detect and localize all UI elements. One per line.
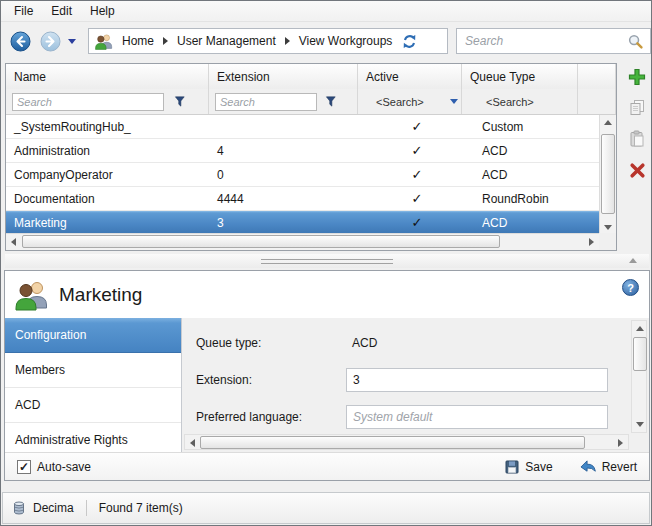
help-button[interactable]: ? <box>622 279 639 296</box>
filter-name-input[interactable] <box>12 93 164 111</box>
search-icon[interactable] <box>627 33 644 50</box>
scroll-left-icon[interactable] <box>6 234 21 250</box>
preferred-language-field[interactable] <box>346 405 608 429</box>
scroll-down-icon[interactable] <box>632 417 648 432</box>
extension-label: Extension: <box>196 373 346 387</box>
scrollbar-thumb[interactable] <box>601 134 615 214</box>
delete-x-icon <box>629 162 646 179</box>
global-search-input[interactable] <box>463 33 627 49</box>
tab-configuration[interactable]: Configuration <box>5 318 181 353</box>
cell-extension: 0 <box>209 163 358 186</box>
save-button[interactable]: Save <box>504 459 552 475</box>
extension-field[interactable] <box>346 368 608 392</box>
breadcrumb-item-home[interactable]: Home <box>120 34 156 48</box>
cell-name: _SystemRoutingHub_ <box>6 115 209 138</box>
preferred-language-label: Preferred language: <box>196 410 346 424</box>
column-header-extension[interactable]: Extension <box>209 64 358 89</box>
table-row[interactable]: _SystemRoutingHub_✓Custom <box>6 115 599 139</box>
tab-administrative-rights[interactable]: Administrative Rights <box>5 423 181 452</box>
menu-file[interactable]: File <box>5 2 42 20</box>
scroll-left-icon[interactable] <box>185 435 200 451</box>
revert-arrow-icon <box>579 459 597 474</box>
back-arrow-icon <box>10 31 31 52</box>
filter-extension-input[interactable] <box>215 93 317 111</box>
extension-row: Extension: <box>196 368 609 392</box>
cell-active: ✓ <box>358 115 462 138</box>
cell-active: ✓ <box>358 211 462 234</box>
cell-filler <box>578 163 599 186</box>
cell-active: ✓ <box>358 139 462 162</box>
cell-filler <box>578 115 599 138</box>
refresh-icon[interactable] <box>402 34 417 49</box>
table-row[interactable]: Marketing3✓ACD <box>6 211 599 235</box>
save-floppy-icon <box>504 459 520 475</box>
filter-active-dropdown[interactable]: <Search> <box>358 89 462 114</box>
auto-save-label: Auto-save <box>37 460 91 474</box>
cell-filler <box>578 211 599 234</box>
form-vertical-scrollbar[interactable] <box>631 320 647 433</box>
scroll-right-icon[interactable] <box>584 234 599 250</box>
scrollbar-thumb[interactable] <box>22 235 500 248</box>
server-database-icon <box>11 500 27 516</box>
table-row[interactable]: Administration4✓ACD <box>6 139 599 163</box>
table-row[interactable]: CompanyOperator0✓ACD <box>6 163 599 187</box>
breadcrumb-separator-icon <box>163 37 168 45</box>
paste-button[interactable] <box>627 129 647 149</box>
scroll-up-icon[interactable] <box>632 321 648 336</box>
cell-queue-type: Custom <box>462 115 578 138</box>
record-toolbar <box>624 67 650 180</box>
table-header-row: Name Extension Active Queue Type <box>6 64 616 89</box>
cell-extension: 3 <box>209 211 358 234</box>
app-window: FileEditHelp Ho <box>0 0 652 526</box>
detail-header: Marketing ? <box>5 271 649 318</box>
detail-footer: ✓ Auto-save Save Revert <box>5 452 649 480</box>
tab-acd[interactable]: ACD <box>5 388 181 423</box>
filter-icon[interactable] <box>174 95 187 108</box>
menu-help[interactable]: Help <box>81 2 124 20</box>
filter-icon[interactable] <box>325 95 338 108</box>
menu-edit[interactable]: Edit <box>42 2 81 20</box>
server-name: Decima <box>33 501 74 515</box>
global-search-box <box>456 28 651 54</box>
table-horizontal-scrollbar[interactable] <box>6 233 599 250</box>
active-check-icon: ✓ <box>412 215 423 230</box>
nav-history-dropdown-icon[interactable] <box>68 39 76 44</box>
plus-icon <box>628 68 646 86</box>
add-button[interactable] <box>627 67 647 87</box>
filter-queue-type-label: <Search> <box>486 96 534 108</box>
form-horizontal-scrollbar[interactable] <box>184 434 629 450</box>
scroll-right-icon[interactable] <box>613 435 628 451</box>
cell-queue-type: ACD <box>462 211 578 234</box>
scroll-up-icon[interactable] <box>600 115 616 130</box>
detail-panel: Marketing ? ConfigurationMembersACDAdmin… <box>4 270 650 481</box>
filter-queue-type-dropdown[interactable]: <Search> <box>462 89 578 114</box>
table-row[interactable]: Documentation4444✓RoundRobin <box>6 187 599 211</box>
checkmark-icon: ✓ <box>19 461 29 473</box>
table-vertical-scrollbar[interactable] <box>599 115 616 235</box>
delete-button[interactable] <box>627 160 647 180</box>
back-button[interactable] <box>10 31 31 52</box>
queue-type-row: Queue type: ACD <box>196 331 609 355</box>
cell-queue-type: ACD <box>462 163 578 186</box>
breadcrumb-item-user-management[interactable]: User Management <box>175 34 278 48</box>
forward-arrow-icon <box>40 31 61 52</box>
scrollbar-thumb[interactable] <box>200 436 585 449</box>
column-header-name[interactable]: Name <box>6 64 209 89</box>
scrollbar-thumb[interactable] <box>633 337 647 371</box>
breadcrumb-box[interactable]: HomeUser ManagementView Workgroups <box>88 28 448 54</box>
collapse-up-icon[interactable] <box>629 258 637 263</box>
cell-filler <box>578 139 599 162</box>
revert-button[interactable]: Revert <box>579 459 637 474</box>
splitter-handle[interactable] <box>5 254 649 268</box>
forward-button[interactable] <box>40 31 61 52</box>
column-header-active[interactable]: Active <box>358 64 462 89</box>
breadcrumb-item-view-workgroups[interactable]: View Workgroups <box>297 34 395 48</box>
table-filter-row: <Search> <Search> <box>6 89 616 115</box>
tab-members[interactable]: Members <box>5 353 181 388</box>
auto-save-checkbox[interactable]: ✓ <box>17 460 31 474</box>
menu-bar: FileEditHelp <box>1 1 651 22</box>
status-separator <box>86 500 87 516</box>
copy-button[interactable] <box>627 98 647 118</box>
column-header-filler <box>578 64 616 89</box>
column-header-queue-type[interactable]: Queue Type <box>462 64 578 89</box>
